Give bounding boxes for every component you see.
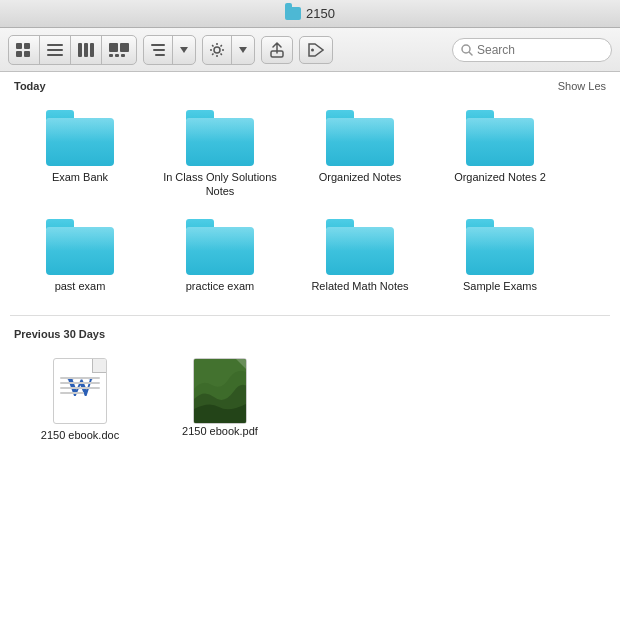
toolbar [0, 28, 620, 72]
svg-rect-17 [155, 54, 165, 56]
main-content: Today Show Les Exam Bank In Class Only S… [0, 72, 620, 635]
folder-icon [466, 219, 534, 275]
svg-rect-11 [120, 43, 129, 52]
list-item[interactable]: past exam [10, 209, 150, 303]
file-label: Sample Exams [463, 279, 537, 293]
section-divider [10, 315, 610, 316]
folder-icon [326, 219, 394, 275]
svg-rect-6 [47, 54, 63, 56]
svg-rect-7 [78, 43, 82, 57]
list-item[interactable]: In Class Only Solutions Notes [150, 100, 290, 209]
group-dropdown-btn[interactable] [173, 36, 195, 64]
svg-point-21 [462, 45, 470, 53]
list-item[interactable]: practice exam [150, 209, 290, 303]
svg-rect-5 [47, 49, 63, 51]
titlebar-title: 2150 [285, 6, 335, 21]
today-label: Today [14, 80, 46, 92]
search-input[interactable] [477, 43, 597, 57]
folder-icon [46, 110, 114, 166]
svg-point-18 [214, 47, 220, 53]
previous-section-header: Previous 30 Days [10, 320, 610, 344]
show-less-btn[interactable]: Show Les [558, 80, 606, 92]
share-btn[interactable] [261, 36, 293, 64]
file-label: Exam Bank [52, 170, 108, 184]
view-mode-group [8, 35, 137, 65]
svg-rect-4 [47, 44, 63, 46]
svg-rect-9 [90, 43, 94, 57]
svg-rect-3 [24, 51, 30, 57]
list-item[interactable]: Related Math Notes [290, 209, 430, 303]
list-item[interactable]: W 2150 ebook.doc [10, 348, 150, 452]
titlebar-folder-icon [285, 7, 301, 20]
svg-rect-0 [16, 43, 22, 49]
list-item[interactable]: Organized Notes [290, 100, 430, 209]
group-by-group [143, 35, 196, 65]
gallery-view-btn[interactable] [102, 36, 136, 64]
gear-dropdown-btn[interactable] [232, 36, 254, 64]
previous-label: Previous 30 Days [14, 328, 105, 340]
list-view-btn[interactable] [40, 36, 71, 64]
file-label: In Class Only Solutions Notes [160, 170, 280, 199]
svg-rect-13 [115, 54, 119, 57]
list-item[interactable]: Organized Notes 2 [430, 100, 570, 209]
gear-btn[interactable] [203, 36, 232, 64]
search-box[interactable] [452, 38, 612, 62]
folder-icon [466, 110, 534, 166]
list-item[interactable]: Sample Exams [430, 209, 570, 303]
today-section-header: Today Show Les [10, 72, 610, 96]
pdf-thumbnail-icon [193, 358, 247, 424]
folder-icon [186, 219, 254, 275]
titlebar: 2150 [0, 0, 620, 28]
svg-rect-10 [109, 43, 118, 52]
icon-view-btn[interactable] [9, 36, 40, 64]
svg-rect-12 [109, 54, 113, 57]
file-label: past exam [55, 279, 106, 293]
pdf-image [194, 359, 247, 424]
svg-rect-15 [151, 44, 165, 46]
search-icon [461, 44, 473, 56]
folder-icon [326, 110, 394, 166]
previous-files-grid: W 2150 ebook.doc [10, 344, 610, 460]
group-btn[interactable] [144, 36, 173, 64]
column-view-btn[interactable] [71, 36, 102, 64]
file-label: practice exam [186, 279, 254, 293]
svg-point-20 [311, 48, 314, 51]
file-label: 2150 ebook.pdf [182, 424, 258, 438]
folder-icon [186, 110, 254, 166]
folder-icon [46, 219, 114, 275]
file-label: Related Math Notes [311, 279, 408, 293]
svg-rect-16 [153, 49, 165, 51]
titlebar-title-text: 2150 [306, 6, 335, 21]
file-label: 2150 ebook.doc [41, 428, 119, 442]
list-item[interactable]: Exam Bank [10, 100, 150, 209]
svg-rect-1 [24, 43, 30, 49]
today-files-grid: Exam Bank In Class Only Solutions Notes … [10, 96, 610, 311]
svg-rect-14 [121, 54, 125, 57]
tag-btn[interactable] [299, 36, 333, 64]
file-label: Organized Notes 2 [454, 170, 546, 184]
list-item[interactable]: 2150 ebook.pdf [150, 348, 290, 452]
file-label: Organized Notes [319, 170, 402, 184]
word-doc-icon: W [53, 358, 107, 424]
actions-group [202, 35, 255, 65]
svg-rect-2 [16, 51, 22, 57]
svg-rect-8 [84, 43, 88, 57]
